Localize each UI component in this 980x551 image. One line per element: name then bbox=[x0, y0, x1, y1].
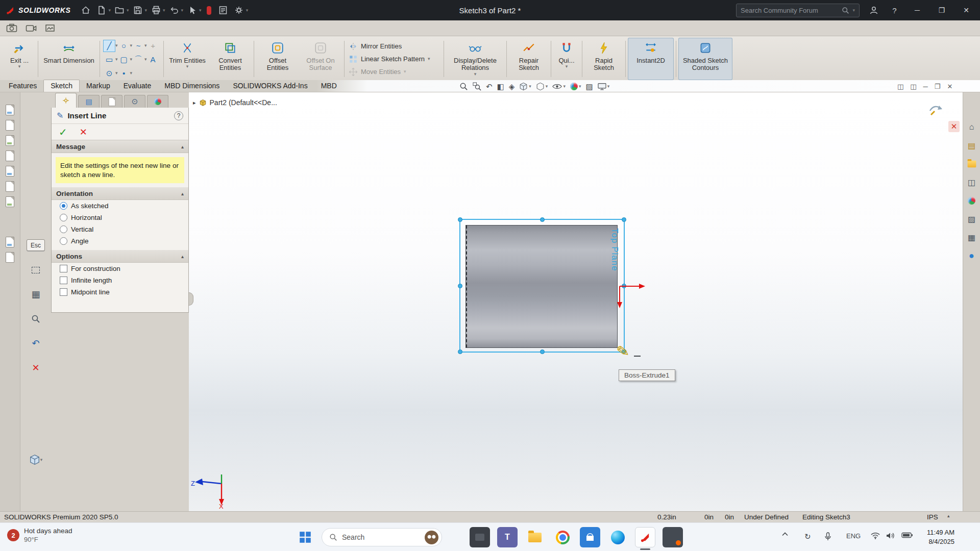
text-tool-icon[interactable]: A bbox=[147, 54, 159, 66]
home-icon[interactable]: ⌂ bbox=[966, 121, 978, 133]
chevron-down-icon[interactable]: ▾ bbox=[199, 8, 202, 13]
zoom-to-fit-icon[interactable] bbox=[459, 82, 468, 91]
checkbox-infinite-length[interactable]: Infinite length bbox=[52, 274, 188, 286]
instant2d-button[interactable]: Instant2D bbox=[628, 38, 674, 80]
panel-splitter-knob[interactable] bbox=[189, 292, 193, 306]
clipboard-icon[interactable] bbox=[6, 237, 14, 247]
arc-tool-icon[interactable]: ⌒ bbox=[132, 54, 144, 66]
selection-handle[interactable] bbox=[540, 349, 545, 354]
close-doc-icon[interactable]: ✕ bbox=[947, 83, 952, 90]
selection-handle[interactable] bbox=[622, 217, 626, 222]
cancel-button[interactable]: ✕ bbox=[80, 127, 87, 138]
document-icon[interactable] bbox=[6, 166, 14, 177]
tab-solidworks-addins[interactable]: SOLIDWORKS Add-Ins bbox=[226, 80, 314, 92]
new-document-button[interactable] bbox=[94, 4, 108, 17]
document-icon[interactable] bbox=[6, 151, 14, 161]
minimize-doc-icon[interactable]: ─ bbox=[923, 83, 928, 90]
tab-mbd[interactable]: MBD bbox=[314, 80, 344, 92]
view-settings-icon[interactable]: ▾ bbox=[598, 83, 610, 90]
orientation-radio-angle[interactable]: Angle bbox=[52, 235, 188, 247]
select-pointer-button[interactable] bbox=[185, 4, 199, 17]
undo-button[interactable] bbox=[167, 4, 181, 17]
tab-features[interactable]: Features bbox=[2, 80, 43, 92]
chevron-down-icon[interactable]: ▾ bbox=[474, 72, 477, 77]
battery-icon[interactable] bbox=[901, 532, 913, 538]
hide-show-items-icon[interactable]: ▾ bbox=[552, 83, 566, 90]
offset-on-surface-button[interactable]: Offset On Surface bbox=[299, 38, 342, 80]
annotation-views-icon[interactable]: ◈ bbox=[509, 82, 515, 91]
document-icon[interactable] bbox=[6, 120, 14, 131]
solidworks-app-icon[interactable] bbox=[635, 527, 655, 547]
sketch-selection-rectangle[interactable] bbox=[459, 219, 625, 353]
chevron-down-icon[interactable]: ▾ bbox=[145, 8, 148, 13]
breadcrumb-text[interactable]: Part2 (Default<<De... bbox=[210, 98, 277, 107]
forum-icon[interactable]: ● bbox=[966, 249, 978, 262]
split-pane-right-icon[interactable]: ◫ bbox=[910, 83, 916, 90]
selection-handle[interactable] bbox=[458, 284, 462, 288]
chevron-down-icon[interactable]: ▾ bbox=[108, 8, 111, 13]
save-button[interactable] bbox=[131, 4, 145, 17]
volume-icon[interactable] bbox=[886, 532, 895, 539]
sync-icon[interactable]: ↻ bbox=[804, 532, 811, 541]
start-button[interactable] bbox=[295, 527, 315, 547]
zoom-to-area-icon[interactable] bbox=[473, 82, 481, 91]
chevron-down-icon[interactable]: ▾ bbox=[529, 84, 531, 89]
line-tool-icon[interactable]: ╱ bbox=[103, 40, 115, 52]
chevron-down-icon[interactable]: ▾ bbox=[163, 8, 165, 13]
edit-appearance-icon[interactable]: ▾ bbox=[570, 83, 581, 90]
repair-sketch-button[interactable]: Repair Sketch bbox=[509, 38, 549, 80]
ok-button[interactable]: ✓ bbox=[59, 126, 67, 138]
confirm-exit-sketch-button[interactable] bbox=[928, 102, 943, 117]
image-capture-icon[interactable] bbox=[45, 23, 55, 33]
microsoft-store-icon[interactable] bbox=[580, 527, 600, 547]
slot-tool-icon[interactable]: ▢ bbox=[118, 54, 130, 66]
clock-widget[interactable]: 11:49 AM 8/4/2025 bbox=[918, 528, 954, 546]
view-orientation-icon[interactable]: ▾ bbox=[519, 82, 531, 91]
chevron-down-icon[interactable]: ▾ bbox=[404, 69, 406, 74]
tab-evaluate[interactable]: Evaluate bbox=[117, 80, 158, 92]
magnifier-icon[interactable] bbox=[28, 311, 43, 327]
chevron-down-icon[interactable]: ▾ bbox=[186, 64, 189, 69]
mirror-entities-button[interactable]: Mirror Entities bbox=[349, 41, 439, 52]
chevron-down-icon[interactable]: ▾ bbox=[127, 8, 129, 13]
tab-sketch[interactable]: Sketch bbox=[43, 80, 80, 92]
cancel-sketch-button[interactable]: ✕ bbox=[948, 121, 960, 132]
wifi-icon[interactable] bbox=[871, 532, 880, 539]
tab-markup[interactable]: Markup bbox=[80, 80, 117, 92]
restore-doc-icon[interactable]: ❐ bbox=[935, 83, 941, 90]
user-account-button[interactable] bbox=[867, 4, 880, 17]
previous-view-icon[interactable]: ↶ bbox=[486, 82, 493, 91]
search-doodle-owl-icon[interactable] bbox=[425, 531, 438, 544]
point-tool-icon[interactable]: • bbox=[118, 67, 130, 80]
display-delete-relations-button[interactable]: Display/Delete Relations ▾ bbox=[446, 38, 504, 80]
screenshot-camera-icon[interactable] bbox=[6, 23, 17, 33]
document-icon[interactable] bbox=[6, 105, 14, 115]
units-selector[interactable]: IPS bbox=[927, 513, 938, 521]
graphics-viewport[interactable]: ▸ Part2 (Default<<De... Top Plane ✎ bbox=[189, 92, 963, 511]
ellipse-tool-icon[interactable]: ⊙ bbox=[103, 67, 115, 80]
spline-tool-icon[interactable]: ~ bbox=[132, 40, 144, 52]
chevron-down-icon[interactable]: ▾ bbox=[607, 84, 610, 89]
dimxpert-tab[interactable]: ⊙ bbox=[124, 95, 145, 108]
esc-key-button[interactable]: Esc bbox=[27, 239, 45, 251]
trim-entities-button[interactable]: Trim Entities ▾ bbox=[166, 38, 209, 80]
selection-handle[interactable] bbox=[540, 217, 545, 222]
circle-tool-icon[interactable]: ○ bbox=[118, 40, 130, 52]
chevron-down-icon[interactable]: ▾ bbox=[563, 84, 566, 89]
section-view-icon[interactable]: ◧ bbox=[497, 82, 504, 91]
edge-icon[interactable] bbox=[607, 527, 628, 547]
delete-icon[interactable]: ✕ bbox=[28, 360, 43, 375]
checkbox-for-construction[interactable]: For construction bbox=[52, 263, 188, 274]
propertymanager-tab[interactable] bbox=[55, 93, 77, 108]
featuremanager-tab[interactable]: ▤ bbox=[78, 95, 100, 108]
print-button[interactable] bbox=[149, 4, 163, 17]
display-manager-tab[interactable] bbox=[147, 95, 168, 108]
macro-record-indicator[interactable] bbox=[207, 6, 211, 15]
convert-entities-button[interactable]: Convert Entities bbox=[209, 38, 252, 80]
orientation-radio-as-sketched[interactable]: As sketched bbox=[52, 200, 188, 212]
minimize-button[interactable]: ─ bbox=[909, 3, 926, 18]
file-explorer-icon[interactable] bbox=[966, 158, 978, 170]
close-button[interactable]: ✕ bbox=[958, 3, 975, 18]
chevron-down-icon[interactable]: ▾ bbox=[579, 84, 581, 89]
selection-handle[interactable] bbox=[458, 217, 462, 222]
